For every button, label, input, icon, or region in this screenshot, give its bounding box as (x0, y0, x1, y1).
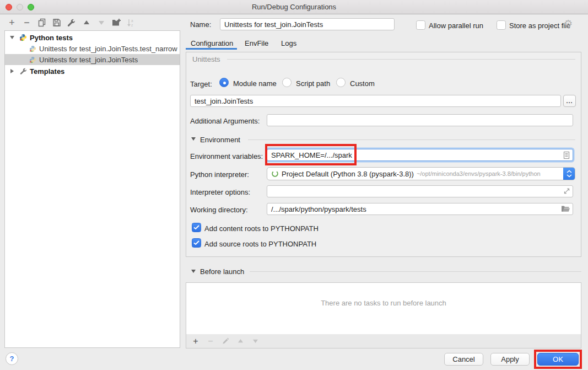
move-up-icon[interactable] (81, 18, 91, 28)
help-button[interactable]: ? (6, 352, 18, 365)
unittests-group-label: Unittests (192, 55, 220, 63)
browse-folder-icon[interactable] (561, 205, 570, 213)
conda-environment-icon (271, 170, 279, 178)
python-tests-icon (29, 45, 36, 52)
active-tab-indicator (186, 48, 237, 50)
environment-collapse-icon[interactable] (191, 137, 196, 141)
tree-item-label: Unittests for test_join.JoinTests (39, 56, 138, 64)
target-label: Target: (190, 80, 212, 88)
before-launch-section-label: Before launch (200, 267, 244, 276)
python-interpreter-select[interactable]: Project Default (Python 3.8 (pyspark-3.8… (267, 167, 575, 180)
environment-variables-label: Environment variables: (190, 152, 263, 160)
gear-icon[interactable]: ⚙ (564, 18, 573, 30)
target-module-name-label: Module name (233, 79, 277, 88)
target-custom-radio[interactable] (336, 78, 346, 87)
paste-variables-icon[interactable] (563, 151, 570, 159)
save-configuration-icon[interactable] (51, 18, 62, 28)
additional-arguments-input[interactable] (267, 114, 573, 126)
group-separator (227, 59, 575, 60)
annotation-box-environment-variables (265, 144, 357, 165)
annotation-box-ok-button (534, 350, 582, 369)
before-launch-collapse-icon[interactable] (191, 270, 196, 273)
new-folder-icon[interactable] (111, 18, 121, 28)
templates-wrench-icon (20, 68, 27, 75)
move-down-icon[interactable] (96, 18, 106, 28)
move-task-up-icon[interactable] (236, 337, 245, 346)
add-source-roots-checkbox[interactable] (192, 238, 201, 248)
working-directory-label: Working directory: (190, 206, 248, 214)
python-interpreter-path: ~/opt/miniconda3/envs/pyspark-3.8/bin/py… (417, 170, 541, 177)
expand-field-icon[interactable] (563, 187, 570, 195)
tree-item-python-tests[interactable]: Python tests (5, 32, 180, 43)
before-launch-toolbar: + − (186, 334, 581, 348)
tree-item-label: Templates (30, 67, 64, 76)
python-interpreter-label: Python interpreter: (190, 170, 249, 179)
name-label: Name: (190, 20, 211, 29)
edit-templates-icon[interactable] (66, 18, 77, 28)
window-title: Run/Debug Configurations (0, 3, 588, 11)
tab-logs[interactable]: Logs (281, 39, 296, 47)
section-separator (248, 140, 575, 140)
tree-item-label: Python tests (30, 34, 73, 42)
remove-configuration-icon[interactable]: − (21, 18, 32, 28)
environment-section-label: Environment (200, 136, 240, 144)
tree-item-unittest-narrow[interactable]: Unittests for test_join.JoinTests.test_n… (5, 43, 180, 54)
store-as-project-file-label: Store as project file (509, 22, 570, 30)
target-script-path-radio[interactable] (282, 78, 292, 87)
allow-parallel-run-checkbox[interactable] (416, 20, 425, 30)
python-tests-icon (29, 56, 36, 63)
working-directory-input[interactable] (267, 203, 573, 215)
tree-item-label: Unittests for test_join.JoinTests.test_n… (39, 45, 177, 53)
chevron-down-icon[interactable] (10, 36, 14, 39)
configurations-toolbar: + − az (7, 17, 136, 28)
sort-configurations-icon[interactable]: az (126, 18, 136, 28)
copy-configuration-icon[interactable] (36, 18, 47, 28)
additional-arguments-label: Additional Arguments: (190, 117, 260, 125)
move-task-down-icon[interactable] (251, 337, 260, 346)
edit-task-icon[interactable] (221, 337, 230, 346)
chevron-right-icon[interactable] (10, 69, 14, 73)
apply-button[interactable]: Apply (490, 353, 530, 366)
dropdown-chevrons-icon[interactable] (563, 167, 575, 180)
before-launch-empty-message: There are no tasks to run before launch (186, 299, 581, 307)
allow-parallel-run-label: Allow parallel run (429, 22, 483, 30)
target-custom-label: Custom (350, 79, 375, 88)
configurations-tree: Python tests Unittests for test_join.Joi… (4, 30, 180, 348)
store-as-project-file-checkbox[interactable] (497, 20, 506, 30)
tab-configuration[interactable]: Configuration (191, 39, 233, 47)
section-separator (250, 271, 581, 272)
tab-envfile[interactable]: EnvFile (245, 39, 268, 47)
interpreter-options-label: Interpreter options: (190, 188, 250, 196)
cancel-button[interactable]: Cancel (444, 353, 483, 366)
svg-text:z: z (131, 23, 133, 27)
add-configuration-icon[interactable]: + (7, 18, 17, 28)
tree-item-templates[interactable]: Templates (5, 66, 180, 77)
before-launch-task-list[interactable] (186, 282, 581, 335)
add-content-roots-label: Add content roots to PYTHONPATH (204, 224, 319, 233)
titlebar: Run/Debug Configurations (0, 0, 588, 14)
name-input[interactable] (220, 18, 395, 30)
remove-task-icon[interactable]: − (206, 337, 215, 346)
browse-button[interactable]: ... (563, 95, 576, 107)
python-tests-icon (19, 34, 27, 41)
target-script-path-label: Script path (296, 79, 330, 88)
add-task-icon[interactable]: + (191, 337, 200, 346)
python-interpreter-value: Project Default (Python 3.8 (pyspark-3.8… (282, 170, 414, 178)
add-source-roots-label: Add source roots to PYTHONPATH (204, 240, 316, 248)
target-module-name-radio[interactable] (219, 78, 229, 87)
interpreter-options-input[interactable] (267, 185, 573, 197)
add-content-roots-checkbox[interactable] (192, 223, 201, 232)
tree-item-unittest-jointests[interactable]: Unittests for test_join.JoinTests (5, 54, 180, 65)
svg-text:a: a (131, 19, 133, 23)
target-input[interactable] (190, 95, 561, 107)
